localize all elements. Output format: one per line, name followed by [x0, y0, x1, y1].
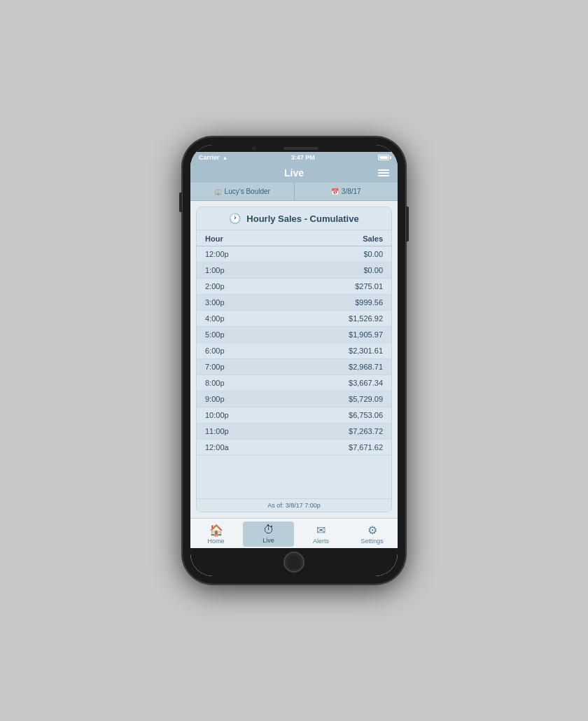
row-hour: 12:00p — [205, 250, 229, 258]
table-rows: 12:00p $0.00 1:00p $0.00 2:00p $275.01 3… — [197, 246, 391, 456]
bottom-nav: 🏠 Home ⏱ Live ✉ Alerts ⚙ Settings — [190, 518, 398, 548]
home-nav-icon: 🏠 — [209, 524, 223, 537]
battery-icon — [378, 155, 389, 160]
carrier-label: Carrier — [199, 154, 220, 161]
phone-device: Carrier ▲ 3:47 PM Live 🏢 Lucy's B — [182, 136, 406, 584]
home-button[interactable] — [284, 552, 304, 573]
row-hour: 4:00p — [205, 314, 225, 323]
table-row: 9:00p $5,729.09 — [197, 391, 391, 407]
row-hour: 1:00p — [205, 266, 225, 274]
settings-nav-label: Settings — [360, 538, 384, 545]
table-header: Hour Sales — [197, 230, 391, 246]
sales-table: Hour Sales 12:00p $0.00 1:00p $0.00 2:00… — [197, 230, 391, 498]
hamburger-line-3 — [378, 175, 389, 176]
status-right — [378, 155, 389, 160]
row-sales: $275.01 — [355, 282, 383, 290]
nav-bar: Live — [190, 163, 398, 183]
row-hour: 3:00p — [205, 298, 225, 307]
menu-button[interactable] — [378, 169, 389, 176]
tab-location-label: Lucy's Boulder — [225, 188, 270, 195]
row-hour: 6:00p — [205, 346, 225, 355]
table-row: 1:00p $0.00 — [197, 262, 391, 279]
row-sales: $7,671.62 — [349, 443, 383, 451]
bottom-nav-item-live[interactable]: ⏱ Live — [243, 522, 294, 547]
status-time: 3:47 PM — [291, 154, 315, 161]
live-nav-label: Live — [262, 537, 274, 544]
hamburger-line-1 — [378, 169, 389, 171]
row-hour: 2:00p — [205, 282, 225, 290]
tab-date[interactable]: 📅 3/8/17 — [295, 183, 398, 200]
table-row: 4:00p $1,526.92 — [197, 311, 391, 327]
hamburger-line-2 — [378, 172, 389, 174]
tab-location[interactable]: 🏢 Lucy's Boulder — [190, 183, 295, 200]
content-area: 🕐 Hourly Sales - Cumulative Hour Sales 1… — [190, 201, 398, 518]
card-title: Hourly Sales - Cumulative — [246, 214, 358, 224]
table-row: 8:00p $3,667.34 — [197, 375, 391, 391]
table-row: 7:00p $2,968.71 — [197, 359, 391, 375]
table-row: 2:00p $275.01 — [197, 279, 391, 295]
row-hour: 10:00p — [205, 411, 229, 419]
row-sales: $5,729.09 — [349, 395, 383, 403]
live-nav-icon: ⏱ — [263, 524, 274, 536]
sales-card: 🕐 Hourly Sales - Cumulative Hour Sales 1… — [196, 206, 392, 512]
home-button-area — [190, 548, 398, 576]
status-left: Carrier ▲ — [199, 154, 227, 161]
row-sales: $6,753.06 — [349, 411, 383, 419]
bottom-nav-item-alerts[interactable]: ✉ Alerts — [295, 522, 346, 547]
row-sales: $0.00 — [363, 266, 383, 274]
card-header: 🕐 Hourly Sales - Cumulative — [197, 207, 391, 230]
row-hour: 9:00p — [205, 395, 225, 403]
tab-date-label: 3/8/17 — [342, 188, 361, 195]
clock-icon: 🕐 — [229, 213, 241, 224]
nav-title: Live — [284, 167, 304, 178]
table-row: 12:00a $7,671.62 — [197, 440, 391, 456]
table-row: 6:00p $2,301.61 — [197, 343, 391, 359]
row-sales: $0.00 — [363, 250, 383, 258]
calendar-icon: 📅 — [331, 188, 339, 195]
wifi-icon: ▲ — [223, 155, 228, 161]
alerts-nav-label: Alerts — [313, 538, 329, 545]
table-row: 10:00p $6,753.06 — [197, 407, 391, 424]
table-row: 12:00p $0.00 — [197, 246, 391, 262]
row-hour: 11:00p — [205, 427, 229, 435]
status-bar: Carrier ▲ 3:47 PM — [190, 152, 398, 163]
phone-screen: Carrier ▲ 3:47 PM Live 🏢 Lucy's B — [190, 145, 398, 576]
table-row: 11:00p $7,263.72 — [197, 424, 391, 440]
row-hour: 7:00p — [205, 363, 225, 371]
row-hour: 12:00a — [205, 443, 229, 451]
hour-column-header: Hour — [205, 234, 223, 243]
tab-bar: 🏢 Lucy's Boulder 📅 3/8/17 — [190, 183, 398, 201]
alerts-nav-icon: ✉ — [316, 524, 326, 537]
table-row: 5:00p $1,905.97 — [197, 327, 391, 343]
row-sales: $2,301.61 — [349, 346, 383, 355]
battery-fill — [379, 156, 388, 159]
row-sales: $7,263.72 — [349, 427, 383, 435]
sales-column-header: Sales — [363, 234, 383, 243]
location-icon: 🏢 — [214, 188, 222, 195]
row-sales: $999.56 — [355, 298, 383, 307]
row-sales: $1,526.92 — [349, 314, 383, 323]
camera — [252, 146, 256, 150]
row-sales: $1,905.97 — [349, 330, 383, 339]
row-hour: 8:00p — [205, 379, 225, 387]
settings-nav-icon: ⚙ — [368, 524, 377, 537]
row-hour: 5:00p — [205, 330, 225, 339]
row-sales: $3,667.34 — [349, 379, 383, 387]
speaker — [284, 147, 318, 150]
bottom-nav-item-settings[interactable]: ⚙ Settings — [346, 522, 398, 547]
row-sales: $2,968.71 — [349, 363, 383, 371]
phone-top-bar — [190, 145, 398, 152]
bottom-nav-item-home[interactable]: 🏠 Home — [190, 522, 241, 547]
table-row: 3:00p $999.56 — [197, 295, 391, 311]
home-nav-label: Home — [207, 538, 224, 545]
as-of-bar: As of: 3/8/17 7:00p — [197, 498, 391, 512]
